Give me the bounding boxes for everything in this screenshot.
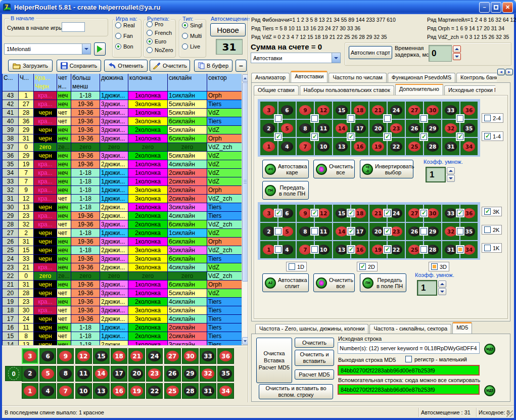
tab-функционал-psevdoms[interactable]: Функционал PsevdoMS	[388, 73, 455, 83]
split-checkbox[interactable]	[384, 246, 391, 253]
table-row[interactable]: 1724чернчет19-362дюжи...3колонка4сиклайн…	[3, 315, 242, 323]
md5-clear-button[interactable]: Очистить	[295, 338, 334, 348]
radio-euro[interactable]: Euro	[147, 38, 166, 44]
board-cell-1[interactable]: 1	[22, 383, 38, 399]
autobet-split-button[interactable]: А2 Автоставка сплит	[262, 273, 309, 292]
autospin-button[interactable]: Автоспин старт	[349, 46, 392, 59]
kare-checkbox[interactable]	[275, 133, 282, 140]
board-cell-6[interactable]: 6	[39, 348, 56, 364]
kare-cell-28[interactable]: 28	[424, 138, 441, 155]
split-side-check-2[interactable]: 1K	[482, 243, 502, 253]
board-cell-9[interactable]: 9	[57, 348, 74, 364]
header-cell[interactable]: большменш	[71, 74, 100, 91]
tab-частоты-по-числам[interactable]: Частоты по числам	[329, 73, 386, 83]
table-row[interactable]: 2923кра...неч19-362дюжи...2колонка4сикла…	[3, 212, 242, 220]
board-cell-31[interactable]: 31	[200, 383, 216, 399]
radio-nozero[interactable]: NoZero	[147, 47, 173, 53]
table-row[interactable]: 1611черннеч1-181дюжи...2колонка2сиклайнT…	[3, 323, 242, 332]
kare-side-check-0[interactable]: 2-4	[482, 113, 503, 123]
header-cell[interactable]: Кра...Черн	[34, 74, 57, 91]
table-row[interactable]: 3013черннеч1-182дюжи...1колонка3сиклайнT…	[3, 203, 242, 212]
checkbox-1d[interactable]	[289, 263, 295, 270]
kare-checkbox[interactable]	[311, 115, 318, 122]
split-checkbox[interactable]	[348, 246, 354, 253]
board-cell-35[interactable]: 35	[217, 366, 234, 382]
board-cell-4[interactable]: 4	[39, 383, 56, 399]
radio-french[interactable]: French	[147, 30, 172, 36]
dozen-check-0[interactable]: 1D	[286, 262, 307, 271]
start-sum-input[interactable]	[62, 22, 85, 32]
preset-combobox[interactable]: 1Melonati	[4, 43, 91, 55]
board-cell-28[interactable]: 28	[182, 383, 199, 399]
split-transfer-button[interactable]: ПН Передать в поле ПН	[360, 273, 406, 292]
md5-source-input[interactable]	[338, 342, 480, 354]
load-button[interactable]: Загрузить	[8, 60, 53, 72]
table-row[interactable]: 220zeroze...zerozerozerozeroVdZ_zch	[3, 272, 242, 281]
radio-singl[interactable]: Singl	[182, 22, 202, 28]
table-row[interactable]: 347кра...неч1-181дюжи...1колонка2сиклайн…	[3, 169, 242, 177]
undo-button[interactable]: Отменить	[104, 60, 148, 72]
split-checkbox[interactable]	[311, 246, 318, 253]
split-checkbox[interactable]	[348, 228, 354, 235]
minimize-icon[interactable]: –	[479, 2, 490, 13]
board-cell-10[interactable]: 10	[75, 383, 92, 399]
table-row[interactable]: 2321кра...неч19-362дюжи...3колонка4сикла…	[3, 263, 242, 272]
kare-cell-10[interactable]: 10	[315, 138, 332, 155]
table-row[interactable]: 1830кра...чет19-363дюжи...3колонка5сикла…	[3, 306, 242, 315]
split-checkbox[interactable]	[348, 210, 354, 216]
resize-grip[interactable]	[506, 410, 513, 417]
table-row[interactable]: 370zeroze...zerozerozerozeroVdZ_zch	[3, 143, 242, 152]
radio-real[interactable]: Real	[115, 22, 135, 28]
md5-aux-icon[interactable]: МД5	[484, 385, 495, 396]
autoshift-new-button[interactable]: Новое	[210, 23, 246, 36]
kare-checkbox[interactable]	[275, 115, 282, 122]
table-row[interactable]: 2433черннеч19-363дюжи...3колонка6сиклайн…	[3, 255, 242, 263]
radio-pro[interactable]: Pro	[147, 21, 163, 27]
board-cell-16[interactable]: 16	[111, 383, 127, 399]
clear-button[interactable]: Очистить	[150, 60, 190, 72]
board-cell-34[interactable]: 34	[217, 383, 234, 399]
board-cell-36[interactable]: 36	[217, 348, 234, 364]
table-row[interactable]: 2131черннеч19-363дюжи...1колонка6сиклайн…	[3, 281, 242, 289]
tab-общие-ставки[interactable]: Общие ставки	[254, 85, 299, 96]
delay-spinner[interactable]	[453, 45, 461, 60]
board-cell-8[interactable]: 8	[57, 366, 74, 382]
combo-arrow-icon[interactable]	[82, 44, 90, 54]
table-row[interactable]: 1413черннеч1-182дюжи...1колонка3сиклайнT…	[3, 341, 242, 345]
header-cell[interactable]: четн...	[57, 74, 71, 91]
kare-cell-7[interactable]: 7	[297, 138, 314, 155]
board-cell-3[interactable]: 3	[22, 348, 38, 364]
board-cell-20[interactable]: 20	[128, 366, 145, 382]
kare-checkbox[interactable]	[420, 133, 427, 140]
spin-down-icon[interactable]	[438, 288, 446, 295]
board-cell-25[interactable]: 25	[164, 383, 181, 399]
md5-calc-button[interactable]: Расчет MD5	[295, 369, 334, 380]
kare-checkbox[interactable]	[348, 115, 354, 122]
dozen-check-1[interactable]: 2D	[357, 262, 378, 271]
autobets-combobox[interactable]: Автоставки	[251, 53, 341, 63]
board-cell-29[interactable]: 29	[182, 366, 199, 382]
kare-cell-25[interactable]: 25	[406, 138, 423, 155]
board-cell-11[interactable]: 11	[75, 366, 92, 382]
table-row[interactable]: 3112кра...чет1-181дюжи...3колонка2сиклай…	[3, 195, 242, 203]
md5-icon[interactable]: МД5	[484, 344, 495, 355]
board-cell-30[interactable]: 30	[182, 348, 199, 364]
kare-checkbox[interactable]	[420, 115, 427, 122]
kare-side-check-1[interactable]: 1-4	[482, 131, 503, 141]
table-row[interactable]: 4128чернчет19-363дюжи...1колонка5сиклайн…	[3, 109, 242, 117]
split-checkbox[interactable]	[420, 246, 427, 253]
split-checkbox[interactable]	[311, 210, 318, 216]
board-cell-14[interactable]: 14	[93, 366, 110, 382]
tab-анализатор[interactable]: Анализатор	[251, 73, 290, 83]
table-row[interactable]: 3629черннеч19-363дюжи...2колонка5сиклайн…	[3, 152, 242, 160]
board-cell-18[interactable]: 18	[111, 348, 127, 364]
maximize-icon[interactable]	[491, 2, 501, 13]
tab-scroll-left-icon[interactable]: ◄	[497, 69, 505, 75]
kare-mult-spinner[interactable]	[447, 167, 455, 182]
split-checkbox[interactable]	[275, 210, 282, 216]
dozen-check-2[interactable]: 3D	[429, 262, 449, 271]
board-cell-5[interactable]: 5	[39, 366, 56, 382]
table-row[interactable]: 158чернчет1-181дюжи...2колонка2сиклайнTi…	[3, 332, 242, 341]
header-cell[interactable]: сектор	[207, 74, 242, 91]
checkbox-3k[interactable]	[484, 208, 491, 215]
